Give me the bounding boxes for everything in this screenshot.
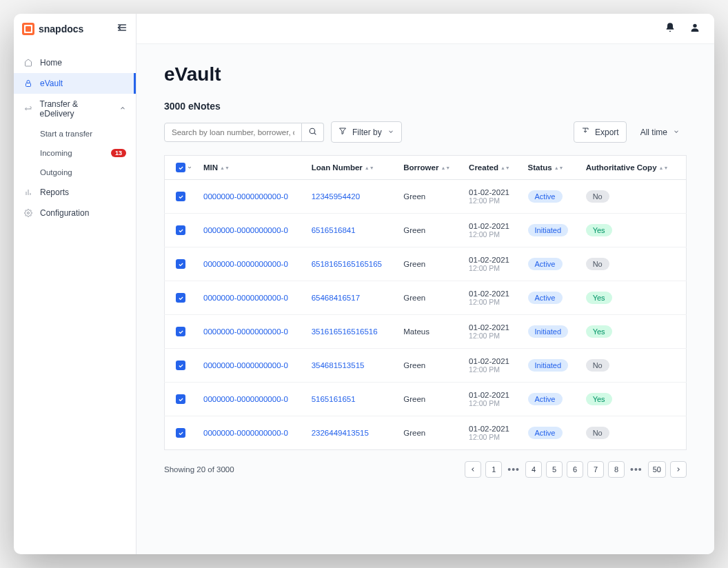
sidebar-collapse-icon[interactable] [117,22,128,36]
sidebar-item-transfer[interactable]: Transfer & eDelivery [14,94,136,124]
loan-number-cell[interactable]: 12345954420 [306,180,398,214]
loan-number-cell[interactable]: 6516516841 [306,214,398,247]
status-badge: Active [528,190,563,203]
col-header-min[interactable]: MIN▲▼ [198,156,306,180]
svg-point-7 [28,212,30,214]
sidebar-subnav: Start a transfer Incoming 13 Outgoing [14,124,136,182]
status-badge: Active [528,393,563,405]
created-cell: 01-02-2021 12:00 PM [463,180,522,214]
search-icon [308,127,317,138]
pager-page[interactable]: 6 [567,461,583,478]
pager: 1 ••• 4 5 6 7 8 ••• 50 [465,461,687,478]
sidebar-item-configuration[interactable]: Configuration [14,203,136,223]
min-cell[interactable]: 0000000-0000000000-0 [198,383,306,416]
authcopy-badge: Yes [586,393,612,405]
sidebar-item-outgoing[interactable]: Outgoing [40,163,136,182]
loan-number-cell[interactable]: 2326449413515 [306,416,398,450]
pager-page[interactable]: 4 [525,461,542,478]
created-cell: 01-02-2021 12:00 PM [463,281,522,315]
col-header-created[interactable]: Created▲▼ [463,156,522,180]
row-checkbox[interactable] [176,192,185,201]
col-header-borrower[interactable]: Borrower▲▼ [398,156,463,180]
borrower-cell: Mateus [398,315,463,349]
status-cell: Initiated [523,214,580,247]
row-checkbox[interactable] [176,361,185,370]
col-header-authcopy[interactable]: Authoritative Copy▲▼ [580,156,687,180]
loan-number-cell[interactable]: 65468416517 [306,281,398,315]
select-all-checkbox[interactable] [176,163,185,172]
sidebar-item-label: Home [40,58,62,68]
authcopy-cell: No [580,180,687,214]
pager-prev[interactable] [465,461,481,478]
created-cell: 01-02-2021 12:00 PM [463,247,522,281]
row-checkbox[interactable] [176,394,185,404]
row-checkbox[interactable] [176,428,185,438]
created-cell: 01-02-2021 12:00 PM [463,416,522,450]
min-cell[interactable]: 0000000-0000000000-0 [198,247,306,281]
row-checkbox[interactable] [176,259,185,269]
enotes-table: MIN▲▼ Loan Number▲▼ Borrower▲▼ Created▲▼… [164,155,687,450]
filter-button[interactable]: Filter by [331,121,402,143]
min-cell[interactable]: 0000000-0000000000-0 [198,281,306,315]
authcopy-badge: Yes [586,292,612,304]
min-cell[interactable]: 0000000-0000000000-0 [198,180,306,214]
export-button[interactable]: Export [574,121,627,143]
chevron-down-icon[interactable] [187,163,192,172]
svg-point-8 [693,23,696,27]
pager-page[interactable]: 5 [546,461,563,478]
pagination-row: Showing 20 of 3000 1 ••• 4 5 6 7 8 ••• 5… [164,461,687,478]
authcopy-badge: No [586,427,609,439]
pager-page[interactable]: 7 [587,461,604,478]
user-icon[interactable] [689,22,700,36]
min-cell[interactable]: 0000000-0000000000-0 [198,349,306,383]
col-header-loan[interactable]: Loan Number▲▼ [306,156,398,180]
sidebar-item-evault[interactable]: eVault [14,73,136,94]
min-cell[interactable]: 0000000-0000000000-0 [198,315,306,349]
brand-logo[interactable]: snapdocs [22,23,83,35]
col-header-status[interactable]: Status▲▼ [523,156,580,180]
app-window: snapdocs Home eVault [14,14,714,554]
topbar [136,14,714,44]
sidebar: snapdocs Home eVault [14,14,136,554]
authcopy-badge: Yes [586,325,612,338]
authcopy-cell: Yes [580,281,687,315]
sidebar-item-start-transfer[interactable]: Start a transfer [40,124,136,143]
sidebar-item-reports[interactable]: Reports [14,182,136,203]
min-cell[interactable]: 0000000-0000000000-0 [198,416,306,450]
created-cell: 01-02-2021 12:00 PM [463,349,522,383]
borrower-cell: Green [398,247,463,281]
borrower-cell: Green [398,180,463,214]
pager-page[interactable]: 1 [485,461,502,478]
pager-next[interactable] [670,461,687,478]
row-checkbox[interactable] [176,225,185,235]
page-title: eVault [164,63,687,85]
table-row: 0000000-0000000000-0 351616516516516 Mat… [165,315,687,349]
sidebar-item-incoming[interactable]: Incoming 13 [40,143,136,163]
sidebar-item-label: Configuration [40,208,89,218]
search-button[interactable] [302,123,324,142]
search-input[interactable] [164,123,302,142]
row-checkbox[interactable] [176,327,185,336]
content: eVault 3000 eNotes Filter by [136,44,714,554]
loan-number-cell[interactable]: 351616516516516 [306,315,398,349]
pager-page[interactable]: 8 [608,461,625,478]
status-badge: Active [528,427,563,439]
row-checkbox[interactable] [176,293,185,303]
export-icon [581,127,589,137]
status-cell: Active [523,383,580,416]
bell-icon[interactable] [665,22,676,36]
min-cell[interactable]: 0000000-0000000000-0 [198,214,306,247]
loan-number-cell[interactable]: 6518165165165165 [306,247,398,281]
sidebar-item-home[interactable]: Home [14,52,136,73]
table-row: 0000000-0000000000-0 65468416517 Green 0… [165,281,687,315]
pager-page[interactable]: 50 [648,461,666,478]
svg-marker-11 [340,128,346,134]
pager-ellipsis: ••• [506,464,521,475]
chevron-down-icon [673,128,680,137]
chevron-up-icon [119,104,126,114]
loan-number-cell[interactable]: 5165161651 [306,383,398,416]
loan-number-cell[interactable]: 354681513515 [306,349,398,383]
status-badge: Initiated [528,224,569,236]
status-cell: Active [523,180,580,214]
time-filter-button[interactable]: All time [634,123,687,142]
